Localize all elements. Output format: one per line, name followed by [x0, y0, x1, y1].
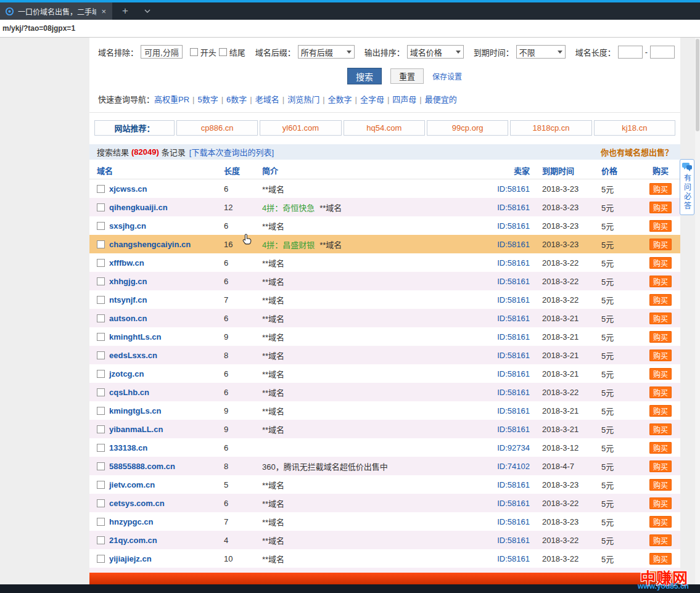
- quick-nav-link[interactable]: 老域名: [255, 95, 279, 104]
- address-bar[interactable]: m/ykj/?tao=08jgpx=1: [0, 20, 700, 38]
- buy-button[interactable]: 购买: [649, 202, 672, 213]
- domain-link[interactable]: qihengkuaiji.cn: [109, 203, 168, 212]
- scrollbar[interactable]: [695, 38, 700, 584]
- suffix-checkbox[interactable]: [219, 48, 227, 56]
- quick-nav-link[interactable]: 全字母: [360, 95, 384, 104]
- row-checkbox[interactable]: [97, 240, 105, 248]
- row-checkbox[interactable]: [97, 296, 105, 304]
- length-min-input[interactable]: [618, 46, 643, 59]
- header-intro[interactable]: 简介: [253, 165, 483, 176]
- seller-link[interactable]: ID:58161: [497, 203, 530, 212]
- quick-nav-link[interactable]: 5数字: [197, 95, 218, 104]
- recommend-site-link[interactable]: kj18.cn: [594, 120, 675, 136]
- recommend-site-link[interactable]: yl601.com: [260, 120, 341, 136]
- qa-float-widget[interactable]: 有问必答: [680, 159, 694, 215]
- row-checkbox[interactable]: [97, 333, 105, 341]
- row-checkbox[interactable]: [97, 277, 105, 285]
- seller-link[interactable]: ID:74102: [497, 462, 530, 471]
- buy-button[interactable]: 购买: [649, 220, 672, 232]
- header-domain[interactable]: 域名: [89, 165, 224, 176]
- seller-link[interactable]: ID:58161: [497, 351, 530, 360]
- domain-link[interactable]: yijiajiejz.cn: [109, 554, 152, 563]
- browser-tab[interactable]: 一口价域名出售，二手域 ×: [0, 2, 112, 20]
- recommend-site-link[interactable]: 99cp.org: [427, 120, 508, 136]
- row-checkbox[interactable]: [97, 462, 105, 470]
- sort-select[interactable]: 域名价格: [407, 45, 464, 59]
- new-tab-button[interactable]: +: [112, 5, 138, 17]
- row-checkbox[interactable]: [97, 185, 105, 193]
- reset-button[interactable]: 重置: [390, 68, 424, 84]
- domain-link[interactable]: ntsynjf.cn: [109, 295, 147, 305]
- quick-nav-link[interactable]: 高权重PR: [154, 95, 189, 104]
- buy-button[interactable]: 购买: [649, 386, 672, 398]
- row-checkbox[interactable]: [97, 555, 105, 563]
- save-settings-link[interactable]: 保存设置: [432, 71, 462, 81]
- header-expiry[interactable]: 到期时间: [537, 165, 596, 176]
- buy-button[interactable]: 购买: [649, 183, 672, 195]
- buy-button[interactable]: 购买: [649, 516, 672, 528]
- seller-link[interactable]: ID:58161: [497, 425, 530, 434]
- sell-domain-link[interactable]: 你也有域名想出售？: [601, 146, 673, 158]
- seller-link[interactable]: ID:92734: [497, 443, 530, 452]
- seller-link[interactable]: ID:58161: [497, 184, 530, 194]
- domain-link[interactable]: changshengcaiyin.cn: [109, 240, 191, 249]
- suffix-select[interactable]: 所有后缀: [298, 45, 355, 59]
- buy-button[interactable]: 购买: [649, 368, 672, 380]
- domain-link[interactable]: 133138.cn: [109, 443, 147, 452]
- seller-link[interactable]: ID:58161: [497, 240, 530, 249]
- buy-button[interactable]: 购买: [649, 553, 672, 565]
- seller-link[interactable]: ID:58161: [497, 369, 530, 378]
- tab-list-chevron-icon[interactable]: [138, 9, 157, 13]
- header-length[interactable]: 长度: [224, 165, 253, 176]
- tab-close-icon[interactable]: ×: [100, 7, 107, 16]
- buy-button[interactable]: 购买: [649, 294, 672, 306]
- search-button[interactable]: 搜索: [347, 68, 382, 84]
- buy-button[interactable]: 购买: [649, 460, 672, 472]
- quick-nav-link[interactable]: 6数字: [226, 95, 247, 104]
- domain-link[interactable]: cqsLhb.cn: [109, 388, 149, 397]
- seller-link[interactable]: ID:58161: [497, 314, 530, 323]
- row-checkbox[interactable]: [97, 370, 105, 378]
- header-seller[interactable]: 卖家: [483, 165, 537, 176]
- domain-link[interactable]: autson.cn: [109, 314, 147, 323]
- seller-link[interactable]: ID:58161: [497, 221, 530, 231]
- domain-link[interactable]: kmingtgLs.cn: [109, 406, 162, 415]
- row-checkbox[interactable]: [97, 222, 105, 230]
- recommend-site-link[interactable]: cp886.cn: [176, 120, 258, 136]
- seller-link[interactable]: ID:58161: [497, 388, 530, 397]
- exclude-input[interactable]: 可用,分隔: [141, 45, 183, 59]
- row-checkbox[interactable]: [97, 314, 105, 322]
- domain-link[interactable]: jzotcg.cn: [109, 369, 144, 378]
- buy-button[interactable]: 购买: [649, 497, 672, 509]
- quick-nav-link[interactable]: 四声母: [392, 95, 416, 104]
- row-checkbox[interactable]: [97, 203, 105, 211]
- download-list-link[interactable]: [下载本次查询出的列表]: [189, 146, 274, 158]
- scrollbar-thumb[interactable]: [696, 39, 699, 131]
- seller-link[interactable]: ID:58161: [497, 536, 530, 545]
- prefix-checkbox[interactable]: [190, 48, 198, 56]
- domain-link[interactable]: kminghtLs.cn: [109, 332, 162, 341]
- domain-link[interactable]: yibanmaLL.cn: [109, 425, 163, 434]
- recommend-site-link[interactable]: hq54.com: [344, 120, 425, 136]
- row-checkbox[interactable]: [97, 388, 105, 396]
- quick-nav-link[interactable]: 最便宜的: [425, 95, 457, 104]
- row-checkbox[interactable]: [97, 425, 105, 433]
- row-checkbox[interactable]: [97, 518, 105, 526]
- row-checkbox[interactable]: [97, 499, 105, 507]
- seller-link[interactable]: ID:58161: [497, 258, 530, 268]
- buy-button[interactable]: 购买: [649, 350, 672, 361]
- row-checkbox[interactable]: [97, 259, 105, 267]
- domain-link[interactable]: 21qy.com.cn: [109, 536, 157, 545]
- quick-nav-link[interactable]: 浏览热门: [287, 95, 319, 104]
- seller-link[interactable]: ID:58161: [497, 406, 530, 415]
- quick-nav-link[interactable]: 全数字: [328, 95, 352, 104]
- row-checkbox[interactable]: [97, 351, 105, 359]
- buy-button[interactable]: 购买: [649, 479, 672, 491]
- domain-link[interactable]: cetsys.com.cn: [109, 499, 165, 508]
- buy-button[interactable]: 购买: [649, 239, 672, 250]
- domain-link[interactable]: eedsLsxs.cn: [109, 351, 157, 360]
- buy-button[interactable]: 购买: [649, 276, 672, 287]
- header-price[interactable]: 价格: [596, 165, 641, 176]
- seller-link[interactable]: ID:58161: [497, 499, 530, 508]
- domain-link[interactable]: jietv.com.cn: [109, 480, 155, 489]
